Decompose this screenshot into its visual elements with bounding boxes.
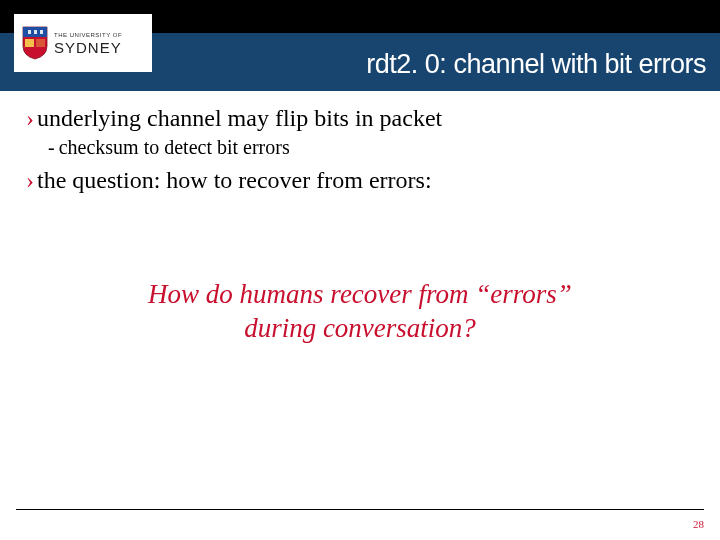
bullet-1: ›underlying channel may flip bits in pac… [26,105,700,132]
bullet-3: ›the question: how to recover from error… [26,167,700,194]
slide-title: rdt2. 0: channel with bit errors [200,49,706,80]
callout-question: How do humans recover from “errors” duri… [0,278,720,346]
bullet-text: underlying channel may flip bits in pack… [37,105,442,131]
logo-name: SYDNEY [54,40,122,55]
callout-line-1: How do humans recover from “errors” [0,278,720,312]
bullet-marker: - [48,136,55,158]
bullet-text: the question: how to recover from errors… [37,167,432,193]
bullet-2: -checksum to detect bit errors [48,136,700,159]
svg-rect-0 [25,39,34,47]
shield-icon [22,26,48,60]
bullet-text: checksum to detect bit errors [59,136,290,158]
logo-prefix: THE UNIVERSITY OF [54,32,122,38]
callout-line-2: during conversation? [0,312,720,346]
svg-rect-1 [36,39,45,47]
content-area: ›underlying channel may flip bits in pac… [26,105,700,198]
bullet-marker: › [26,167,34,193]
page-number: 28 [693,518,704,530]
university-logo: THE UNIVERSITY OF SYDNEY [14,14,152,72]
logo-text: THE UNIVERSITY OF SYDNEY [54,32,122,55]
bullet-marker: › [26,105,34,131]
footer-rule [16,509,704,510]
slide: THE UNIVERSITY OF SYDNEY rdt2. 0: channe… [0,0,720,540]
